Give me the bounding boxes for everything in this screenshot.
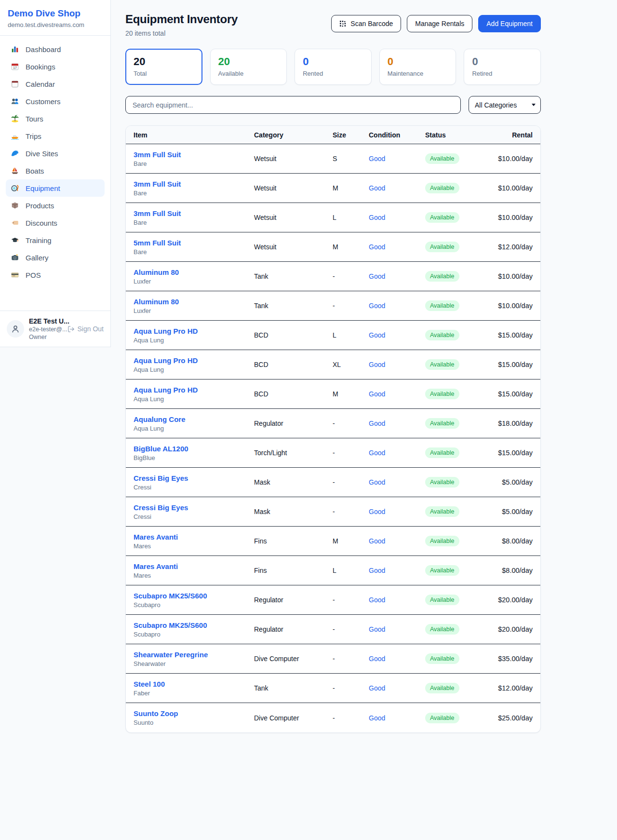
condition-link[interactable]: Good [369, 714, 425, 722]
sidebar-item-training[interactable]: Training [6, 231, 105, 249]
discounts-icon [11, 218, 19, 227]
sidebar-item-dashboard[interactable]: Dashboard [6, 41, 105, 58]
condition-link[interactable]: Good [369, 596, 425, 604]
item-name-link[interactable]: Aqua Lung Pro HD [134, 356, 254, 365]
condition-link[interactable]: Good [369, 625, 425, 633]
add-equipment-button[interactable]: Add Equipment [478, 15, 541, 32]
size-cell: XL [333, 361, 369, 368]
sidebar-item-trips[interactable]: Trips [6, 127, 105, 145]
condition-link[interactable]: Good [369, 684, 425, 692]
status-badge: Available [425, 595, 459, 605]
condition-link[interactable]: Good [369, 184, 425, 192]
sidebar-item-gallery[interactable]: Gallery [6, 249, 105, 266]
rental-cell: $10.00/day [479, 155, 533, 163]
size-cell: - [333, 714, 369, 722]
item-name-link[interactable]: Cressi Big Eyes [134, 474, 254, 482]
item-brand: Aqua Lung [134, 366, 254, 373]
item-cell: Aqua Lung Pro HD Aqua Lung [134, 386, 254, 403]
sidebar-item-bookings[interactable]: 17 Bookings [6, 58, 105, 75]
item-name-link[interactable]: Suunto Zoop [134, 709, 254, 718]
size-cell: - [333, 596, 369, 604]
status-badge: Available [425, 418, 459, 429]
condition-link[interactable]: Good [369, 155, 425, 163]
category-select[interactable]: All Categories [469, 96, 541, 114]
item-name-link[interactable]: BigBlue AL1200 [134, 445, 254, 453]
condition-link[interactable]: Good [369, 214, 425, 221]
size-cell: - [333, 420, 369, 427]
sidebar-item-products[interactable]: Products [6, 197, 105, 214]
item-name-link[interactable]: 3mm Full Suit [134, 150, 254, 159]
condition-link[interactable]: Good [369, 478, 425, 486]
condition-link[interactable]: Good [369, 331, 425, 339]
sidebar-item-discounts[interactable]: Discounts [6, 214, 105, 231]
size-cell: - [333, 655, 369, 663]
item-brand: Mares [134, 542, 254, 550]
stat-card-retired[interactable]: 0 Retired [464, 49, 541, 85]
item-name-link[interactable]: Aluminum 80 [134, 298, 254, 306]
condition-link[interactable]: Good [369, 302, 425, 310]
status-cell: Available [425, 389, 479, 399]
size-cell: - [333, 684, 369, 692]
sign-out-button[interactable]: Sign Out [67, 325, 104, 333]
item-name-link[interactable]: Scubapro MK25/S600 [134, 592, 254, 600]
stat-card-available[interactable]: 20 Available [210, 49, 287, 85]
condition-link[interactable]: Good [369, 655, 425, 663]
stat-card-total[interactable]: 20 Total [125, 49, 202, 85]
condition-link[interactable]: Good [369, 272, 425, 280]
item-name-link[interactable]: 3mm Full Suit [134, 180, 254, 188]
item-name-link[interactable]: Aqua Lung Pro HD [134, 327, 254, 335]
item-name-link[interactable]: Mares Avanti [134, 533, 254, 541]
app-root: Demo Dive Shop demo.test.divestreams.com… [0, 0, 617, 752]
sidebar-item-label: Boats [26, 167, 44, 175]
sidebar-item-equipment[interactable]: Equipment [6, 179, 105, 197]
item-name-link[interactable]: Cressi Big Eyes [134, 503, 254, 512]
condition-link[interactable]: Good [369, 390, 425, 398]
size-cell: - [333, 272, 369, 280]
condition-link[interactable]: Good [369, 508, 425, 515]
manage-rentals-button[interactable]: Manage Rentals [407, 15, 472, 32]
sidebar-item-label: Training [26, 236, 52, 244]
stat-card-rented[interactable]: 0 Rented [295, 49, 372, 85]
status-badge: Available [425, 330, 459, 340]
status-cell: Available [425, 330, 479, 340]
sidebar-item-calendar[interactable]: Calendar [6, 75, 105, 93]
item-cell: 5mm Full Suit Bare [134, 239, 254, 256]
sidebar-item-tours[interactable]: Tours [6, 110, 105, 127]
size-cell: - [333, 302, 369, 310]
scan-barcode-button[interactable]: Scan Barcode [331, 15, 401, 32]
item-name-link[interactable]: Aqua Lung Pro HD [134, 386, 254, 394]
item-name-link[interactable]: Aluminum 80 [134, 268, 254, 276]
item-cell: Aqua Lung Pro HD Aqua Lung [134, 327, 254, 344]
item-name-link[interactable]: Shearwater Peregrine [134, 650, 254, 659]
item-brand: Scubapro [134, 601, 254, 609]
item-name-link[interactable]: Steel 100 [134, 680, 254, 688]
sidebar-item-pos[interactable]: POS [6, 266, 105, 284]
condition-link[interactable]: Good [369, 361, 425, 368]
stat-card-maintenance[interactable]: 0 Maintenance [379, 49, 456, 85]
condition-link[interactable]: Good [369, 449, 425, 457]
sidebar-item-dive-sites[interactable]: Dive Sites [6, 145, 105, 162]
item-name-link[interactable]: Mares Avanti [134, 562, 254, 570]
items-total-count: 20 items total [125, 29, 238, 37]
condition-link[interactable]: Good [369, 537, 425, 545]
item-name-link[interactable]: Scubapro MK25/S600 [134, 621, 254, 629]
stat-value: 0 [388, 56, 448, 68]
item-cell: 3mm Full Suit Bare [134, 209, 254, 226]
item-brand: Bare [134, 160, 254, 167]
sidebar-item-label: Dive Sites [26, 149, 58, 158]
sidebar-item-customers[interactable]: Customers [6, 93, 105, 110]
item-name-link[interactable]: 5mm Full Suit [134, 239, 254, 247]
sidebar-item-boats[interactable]: Boats [6, 162, 105, 179]
search-input[interactable] [125, 96, 461, 114]
condition-link[interactable]: Good [369, 243, 425, 251]
item-name-link[interactable]: 3mm Full Suit [134, 209, 254, 217]
column-header-item: Item [134, 131, 254, 139]
status-badge: Available [425, 536, 459, 546]
condition-link[interactable]: Good [369, 420, 425, 427]
item-name-link[interactable]: Aqualung Core [134, 415, 254, 423]
sidebar-item-label: Bookings [26, 63, 55, 71]
table-row: Aluminum 80 Luxfer Tank - Good Available… [126, 262, 540, 291]
item-brand: Bare [134, 190, 254, 197]
condition-link[interactable]: Good [369, 567, 425, 574]
item-cell: BigBlue AL1200 BigBlue [134, 445, 254, 461]
